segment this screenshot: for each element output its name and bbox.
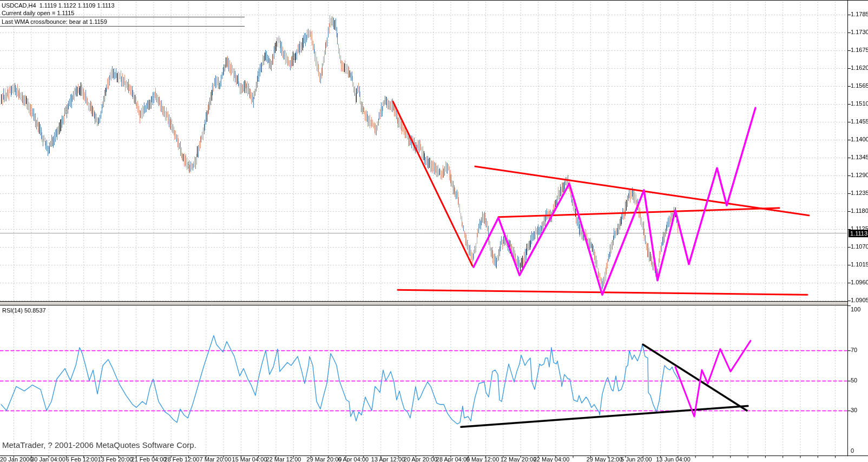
rsi-axis-label: 100 <box>851 306 860 313</box>
daily-open-comment: Current daily open = 1.1115 <box>2 10 74 16</box>
price-axis-label: 1.1730 <box>851 29 868 35</box>
price-axis-label: 1.1015 <box>851 261 868 268</box>
price-axis-label: 1.1455 <box>851 118 868 125</box>
price-axis-label: 1.1620 <box>851 64 868 71</box>
price-axis-label: 1.1785 <box>851 11 868 17</box>
wma-comment: Last WMA cross/bounce: bear at 1.1159 <box>2 18 107 25</box>
price-axis-label: 1.1510 <box>851 100 868 107</box>
price-axis-label: 1.0905 <box>851 297 868 303</box>
price-axis-label: 1.1675 <box>851 47 868 53</box>
metatrader-chart-window: USDCAD,H4 1.1119 1.1122 1.1109 1.1113 Cu… <box>0 0 868 462</box>
price-axis-label: 1.0960 <box>851 279 868 285</box>
comment-box-border <box>0 17 245 17</box>
date-label: 13 Jun 04:00 <box>650 456 696 462</box>
price-axis-label: 1.1565 <box>851 82 868 89</box>
rsi-axis-label: 50 <box>851 377 857 383</box>
comment-box-border <box>0 26 245 27</box>
chart-canvas[interactable] <box>0 1 868 462</box>
date-label: 22 May 04:00 <box>529 456 574 462</box>
price-axis-label: 1.1345 <box>851 154 868 160</box>
rsi-axis-label: 30 <box>851 407 857 413</box>
price-axis-label: 1.1235 <box>851 190 868 196</box>
rsi-axis-label: 70 <box>851 347 857 353</box>
price-axis-label: 1.1400 <box>851 136 868 142</box>
date-label: 22 Mar 12:00 <box>261 456 306 462</box>
copyright-text: MetaTrader, ? 2001-2006 MetaQuotes Softw… <box>2 440 196 450</box>
price-axis-label: 1.1290 <box>851 172 868 178</box>
price-axis-label: 1.1180 <box>851 207 868 214</box>
current-price-tag: 1.1113 <box>849 230 868 237</box>
rsi-indicator-label: RSI(14) 50.8537 <box>2 307 46 314</box>
symbol-ohlc-line: USDCAD,H4 1.1119 1.1122 1.1109 1.1113 <box>2 2 115 9</box>
rsi-axis-label: 0 <box>851 447 854 454</box>
price-axis-label: 1.1070 <box>851 243 868 250</box>
